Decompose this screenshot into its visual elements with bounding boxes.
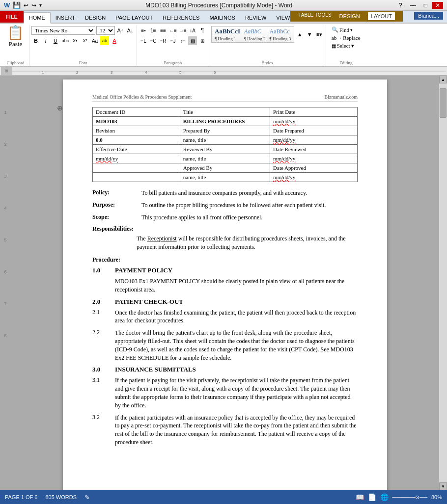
styles-scroll-down[interactable]: ▼: [305, 30, 314, 39]
subscript-button[interactable]: X₂: [71, 36, 80, 45]
tab-review[interactable]: REVIEW: [240, 13, 271, 23]
empty-cell-1: [93, 163, 180, 173]
align-center-button[interactable]: ≡C: [149, 36, 158, 45]
change-case-button[interactable]: Aa: [90, 36, 99, 45]
tab-home[interactable]: HOME: [24, 12, 51, 24]
align-left-button[interactable]: ≡L: [139, 36, 148, 45]
help-button[interactable]: ?: [396, 2, 405, 9]
quick-access-redo[interactable]: ↪: [31, 2, 36, 9]
find-button[interactable]: 🔍 Find ▾: [330, 26, 363, 33]
shading-button[interactable]: ▨: [188, 36, 197, 45]
close-button[interactable]: ✕: [432, 2, 443, 9]
styles-more[interactable]: ≡▾: [315, 30, 324, 39]
heading1-style[interactable]: AaBbCcI: [215, 27, 240, 35]
ribbon-tab-bar: FILE HOME INSERT DESIGN PAGE LAYOUT REFE…: [0, 11, 447, 24]
section-1-num: 1.0: [92, 266, 107, 274]
purpose-text: To outline the proper billing procedures…: [141, 201, 358, 210]
superscript-button[interactable]: X²: [81, 36, 89, 45]
underline-button[interactable]: U: [51, 36, 60, 45]
select-button[interactable]: ▦ Select ▾: [330, 42, 363, 50]
italic-button[interactable]: I: [41, 36, 50, 45]
quick-access-undo[interactable]: ↩: [24, 2, 28, 9]
decrease-font-button[interactable]: A↓: [126, 26, 135, 35]
scroll-thumb[interactable]: [440, 88, 447, 118]
font-size-select[interactable]: 12: [96, 26, 115, 35]
numbering-button[interactable]: 1≡: [149, 26, 158, 35]
font-group-label: Font: [79, 60, 87, 66]
minimize-button[interactable]: —: [407, 2, 419, 9]
receptionist-link[interactable]: Receptionist: [147, 235, 177, 242]
font-name-select[interactable]: Times New Ro: [31, 26, 95, 35]
multilevel-list-button[interactable]: ≡≡: [159, 26, 168, 35]
find-icon: 🔍: [332, 27, 338, 33]
increase-font-button[interactable]: A↑: [116, 26, 125, 35]
print-date-value: mm/dd/yy: [270, 117, 358, 126]
scroll-up-button[interactable]: ▲: [439, 76, 447, 83]
styles-group-label: Styles: [262, 60, 273, 66]
show-formatting-button[interactable]: ¶: [198, 26, 207, 35]
borders-button[interactable]: ⊞: [198, 36, 207, 45]
paste-button[interactable]: 📋 Paste: [5, 26, 27, 48]
tab-references[interactable]: REFERENCES: [158, 13, 204, 23]
reviewed-by-value: name, title: [180, 154, 270, 163]
tab-mailings[interactable]: MAILINGS: [204, 13, 240, 23]
editing-content: 🔍 Find ▾ ab→ Replace ▦ Select ▾: [330, 26, 363, 50]
align-right-button[interactable]: ≡R: [159, 36, 168, 45]
bold-button[interactable]: B: [31, 36, 40, 45]
heading3-style[interactable]: AaBbCc: [270, 28, 291, 35]
strikethrough-button[interactable]: abc: [61, 36, 70, 45]
styles-box: AaBbCcI ¶ Heading 1 AaBbC ¶ Heading 2 Aa…: [211, 26, 294, 43]
paste-label: Paste: [9, 40, 22, 48]
zoom-slider[interactable]: ──────⊙──: [392, 494, 427, 501]
font-row-1: Times New Ro 12 A↑ A↓: [31, 26, 135, 35]
line-spacing-button[interactable]: ↕≡: [178, 36, 187, 45]
styles-scroll-up[interactable]: ▲: [295, 30, 304, 39]
replace-button[interactable]: ab→ Replace: [330, 34, 363, 41]
scroll-track[interactable]: [439, 83, 447, 482]
increase-indent-button[interactable]: →≡: [178, 26, 187, 35]
paste-icon: 📋: [7, 26, 24, 40]
track-changes-icon[interactable]: ✎: [84, 494, 90, 501]
view-mode-web[interactable]: 🌐: [380, 493, 389, 501]
clipboard-content: 📋 Paste: [5, 26, 27, 48]
subsection-1-1-num: [92, 277, 107, 294]
decrease-indent-button[interactable]: ←≡: [168, 26, 177, 35]
tab-insert[interactable]: INSERT: [51, 13, 80, 23]
heading2-style[interactable]: AaBbC: [244, 28, 266, 35]
scope-text: This procedure applies to all front offi…: [141, 213, 358, 222]
tab-tt-design[interactable]: DESIGN: [336, 12, 363, 20]
svg-text:5: 5: [179, 70, 182, 75]
header-right: Bizmanualz.com: [325, 94, 358, 100]
restore-button[interactable]: □: [421, 2, 430, 9]
user-account[interactable]: Bianca...: [414, 12, 443, 20]
policy-label: Policy:: [92, 189, 137, 197]
heading2-label: ¶ Heading 2: [244, 36, 266, 41]
left-margin: 1 2 3 4 5 6 7 8: [0, 76, 11, 490]
font-row-2: B I U abc X₂ X² Aa ab A: [31, 36, 135, 45]
approved-by-value: name, title: [180, 173, 270, 182]
date-approved-value: mm/dd/yy: [270, 173, 358, 182]
document-page[interactable]: ⊕ Medical Office Policies & Procedures S…: [63, 80, 387, 490]
header-left: Medical Office Policies & Procedures Sup…: [92, 94, 192, 100]
date-prepared-label: Date Prepared: [270, 126, 358, 135]
section-2-heading: 2.0 PATIENT CHECK-OUT: [92, 298, 358, 306]
tab-tt-layout[interactable]: LAYOUT: [368, 12, 395, 20]
view-mode-read[interactable]: 📖: [356, 493, 364, 501]
tab-page-layout[interactable]: PAGE LAYOUT: [111, 13, 158, 23]
scroll-down-button[interactable]: ▼: [439, 482, 447, 490]
justify-button[interactable]: ≡J: [168, 36, 177, 45]
sort-button[interactable]: ↕A: [188, 26, 197, 35]
quick-access-save[interactable]: 💾: [13, 1, 21, 9]
highlight-color-button[interactable]: ab: [100, 36, 109, 45]
section-3-title: INSURANCE SUBMITTALS: [115, 366, 196, 373]
view-mode-print[interactable]: 📄: [368, 493, 376, 501]
section-1-title: PAYMENT POLICY: [115, 266, 172, 274]
bullets-button[interactable]: ≡•: [139, 26, 148, 35]
para-row-2: ≡L ≡C ≡R ≡J ↕≡ ▨ ⊞: [139, 36, 207, 45]
vertical-scrollbar[interactable]: ▲ ▼: [439, 76, 447, 490]
font-color-button[interactable]: A: [110, 36, 119, 45]
responsibilities-section: Responsibilities: The Receptionist will …: [92, 225, 358, 251]
add-table-button[interactable]: ⊕: [57, 104, 63, 112]
tab-file[interactable]: FILE: [0, 11, 24, 23]
tab-design[interactable]: DESIGN: [80, 13, 111, 23]
